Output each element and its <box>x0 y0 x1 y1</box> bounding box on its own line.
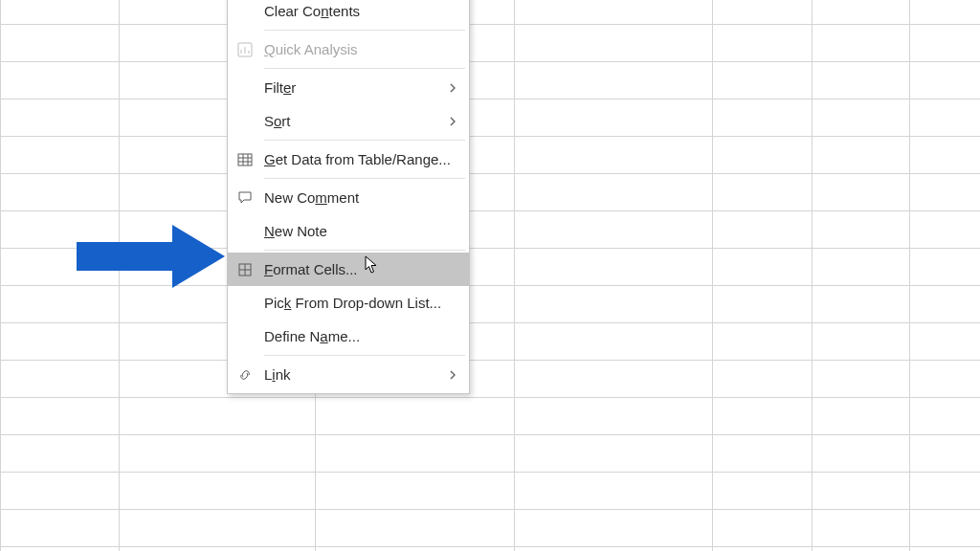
menu-sort[interactable]: Sort <box>228 104 469 138</box>
menu-item-label: New Note <box>264 223 459 239</box>
menu-link[interactable]: Link <box>228 358 469 391</box>
spreadsheet-grid[interactable] <box>0 0 980 551</box>
menu-define-name[interactable]: Define Name... <box>228 320 469 353</box>
menu-new-comment[interactable]: New Comment <box>228 181 469 214</box>
column-line <box>712 0 713 551</box>
table-icon <box>237 152 264 167</box>
menu-item-label: Get Data from Table/Range... <box>264 151 459 167</box>
link-icon <box>237 367 264 383</box>
menu-get-data[interactable]: Get Data from Table/Range... <box>228 143 469 176</box>
menu-separator <box>264 140 465 141</box>
quick-analysis-icon <box>237 42 264 57</box>
menu-new-note[interactable]: New Note <box>228 214 469 248</box>
menu-pick-from-list[interactable]: Pick From Drop-down List... <box>228 286 469 320</box>
menu-item-label: New Comment <box>264 189 459 206</box>
chevron-right-icon <box>446 117 459 126</box>
context-menu: Clear Contents Quick Analysis Filter Sor… <box>227 0 470 394</box>
menu-item-label: Filter <box>264 79 446 96</box>
chevron-right-icon <box>446 83 459 93</box>
column-line <box>119 0 120 551</box>
menu-separator <box>264 250 465 251</box>
column-line <box>909 0 910 551</box>
column-line <box>812 0 813 551</box>
column-line <box>514 0 515 551</box>
format-cells-icon <box>237 262 264 277</box>
menu-item-label: Link <box>264 366 446 383</box>
comment-icon <box>237 190 264 206</box>
menu-format-cells[interactable]: Format Cells... <box>228 253 469 286</box>
menu-clear-contents[interactable]: Clear Contents <box>228 0 469 28</box>
menu-separator <box>264 68 465 69</box>
menu-item-label: Sort <box>264 113 446 129</box>
menu-filter[interactable]: Filter <box>228 71 469 104</box>
menu-separator <box>264 30 465 31</box>
menu-item-label: Format Cells... <box>264 261 459 277</box>
chevron-right-icon <box>446 370 459 380</box>
menu-separator <box>264 355 465 356</box>
menu-item-label: Quick Analysis <box>264 41 459 57</box>
menu-item-label: Pick From Drop-down List... <box>264 295 459 311</box>
menu-item-label: Define Name... <box>264 328 459 344</box>
menu-separator <box>264 178 465 179</box>
menu-quick-analysis: Quick Analysis <box>228 33 469 66</box>
svg-rect-4 <box>238 154 252 165</box>
menu-item-label: Clear Contents <box>264 3 459 19</box>
